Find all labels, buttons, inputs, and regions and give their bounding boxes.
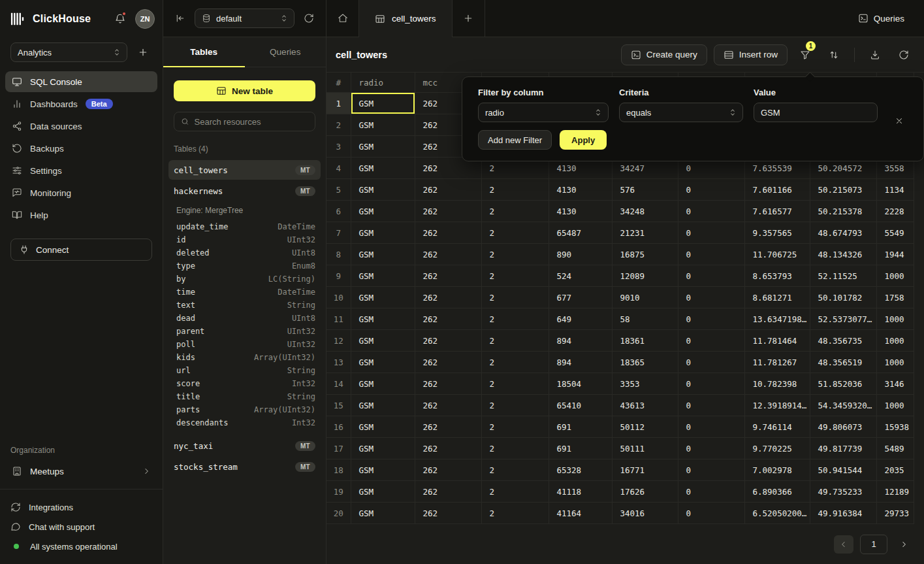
grid-cell[interactable]: GSM	[351, 114, 415, 136]
home-tab[interactable]	[327, 0, 358, 37]
grid-cell[interactable]: 0	[678, 395, 744, 416]
grid-cell[interactable]: 48.674793	[810, 222, 876, 244]
insert-row-button[interactable]: Insert row	[714, 44, 788, 65]
grid-cell[interactable]: 0	[678, 352, 744, 373]
queries-button[interactable]: Queries	[852, 9, 911, 27]
grid-cell[interactable]: 41118	[549, 481, 612, 503]
grid-cell[interactable]: 9.357565	[744, 222, 810, 244]
grid-cell[interactable]: 3146	[876, 373, 914, 395]
previous-page-button[interactable]	[834, 535, 853, 554]
grid-cell[interactable]: 6.890366	[744, 481, 810, 503]
grid-cell[interactable]: 9.770225	[744, 438, 810, 459]
grid-cell[interactable]: GSM	[351, 308, 415, 330]
grid-cell[interactable]: GSM	[351, 136, 415, 158]
row-number[interactable]: 20	[327, 503, 351, 524]
grid-cell[interactable]: 49.735233	[810, 481, 876, 503]
grid-cell[interactable]: 890	[549, 244, 612, 265]
grid-cell[interactable]: GSM	[351, 158, 415, 179]
grid-cell[interactable]: 50111	[612, 438, 678, 459]
grid-cell[interactable]: GSM	[351, 395, 415, 416]
row-number[interactable]: 18	[327, 459, 351, 481]
grid-cell[interactable]: 0	[678, 503, 744, 524]
new-tab-button[interactable]	[453, 0, 485, 37]
grid-cell[interactable]: 1758	[876, 287, 914, 308]
row-number[interactable]: 12	[327, 330, 351, 352]
search-resources-input[interactable]	[195, 117, 308, 127]
grid-cell[interactable]: 2	[481, 352, 549, 373]
remove-filter-button[interactable]	[895, 116, 904, 125]
table-item-nyc-taxi[interactable]: nyc_taxi MT	[168, 436, 321, 456]
grid-cell[interactable]: 2	[481, 222, 549, 244]
row-number[interactable]: 3	[327, 136, 351, 158]
sidebar-item-backups[interactable]: Backups	[5, 138, 157, 159]
grid-cell[interactable]: 0	[678, 416, 744, 438]
grid-cell[interactable]: 2	[481, 416, 549, 438]
grid-cell[interactable]: 262	[415, 222, 481, 244]
grid-cell[interactable]: 5549	[876, 222, 914, 244]
grid-cell[interactable]: 0	[678, 330, 744, 352]
grid-cell[interactable]: 0	[678, 265, 744, 287]
filter-value-input[interactable]	[754, 103, 878, 122]
row-number[interactable]: 14	[327, 373, 351, 395]
grid-cell[interactable]: 17626	[612, 481, 678, 503]
grid-cell[interactable]: 48.356519	[810, 352, 876, 373]
grid-cell[interactable]: 0	[678, 308, 744, 330]
grid-cell[interactable]: GSM	[351, 330, 415, 352]
row-number[interactable]: 13	[327, 352, 351, 373]
grid-cell[interactable]: 12189	[876, 481, 914, 503]
grid-cell[interactable]: 34248	[612, 201, 678, 222]
grid-cell[interactable]: GSM	[351, 93, 415, 114]
grid-cell[interactable]: 0	[678, 179, 744, 201]
row-number[interactable]: 4	[327, 158, 351, 179]
system-status-link[interactable]: All systems operational	[10, 537, 152, 556]
grid-cell[interactable]: 48.356735	[810, 330, 876, 352]
row-number[interactable]: 17	[327, 438, 351, 459]
row-number[interactable]: 11	[327, 308, 351, 330]
grid-cell[interactable]: 1000	[876, 395, 914, 416]
sort-button[interactable]	[823, 44, 845, 65]
grid-cell[interactable]: 50.215378	[810, 201, 876, 222]
grid-cell[interactable]: 576	[612, 179, 678, 201]
grid-cell[interactable]: 51.852036	[810, 373, 876, 395]
grid-cell[interactable]: 262	[415, 416, 481, 438]
grid-cell[interactable]: 262	[415, 287, 481, 308]
grid-cell[interactable]: 21231	[612, 222, 678, 244]
row-number[interactable]: 16	[327, 416, 351, 438]
grid-cell[interactable]: 2	[481, 438, 549, 459]
grid-cell[interactable]: 262	[415, 395, 481, 416]
grid-cell[interactable]: 2	[481, 481, 549, 503]
grid-cell[interactable]: 5489	[876, 438, 914, 459]
grid-cell[interactable]: GSM	[351, 459, 415, 481]
grid-cell[interactable]: 34016	[612, 503, 678, 524]
row-number[interactable]: 6	[327, 201, 351, 222]
grid-cell[interactable]: 54.3459320…	[810, 395, 876, 416]
grid-cell[interactable]: 677	[549, 287, 612, 308]
grid-cell[interactable]: 12089	[612, 265, 678, 287]
grid-cell[interactable]: 43613	[612, 395, 678, 416]
grid-cell[interactable]: 65328	[549, 459, 612, 481]
row-number[interactable]: 10	[327, 287, 351, 308]
grid-cell[interactable]: 29733	[876, 503, 914, 524]
grid-cell[interactable]: 50.101782	[810, 287, 876, 308]
apply-filter-button[interactable]: Apply	[560, 130, 607, 150]
grid-cell[interactable]: 2	[481, 395, 549, 416]
grid-cell[interactable]: 2	[481, 459, 549, 481]
sidebar-item-dashboards[interactable]: Dashboards Beta	[5, 93, 157, 114]
row-number[interactable]: 8	[327, 244, 351, 265]
grid-cell[interactable]: 48.134326	[810, 244, 876, 265]
grid-cell[interactable]: 691	[549, 438, 612, 459]
grid-cell[interactable]: 49.916384	[810, 503, 876, 524]
row-number[interactable]: 15	[327, 395, 351, 416]
current-page-indicator[interactable]: 1	[860, 535, 887, 554]
row-number[interactable]: 7	[327, 222, 351, 244]
grid-cell[interactable]: GSM	[351, 438, 415, 459]
grid-cell[interactable]: 65487	[549, 222, 612, 244]
notifications-button[interactable]	[110, 9, 130, 29]
grid-cell[interactable]: 1000	[876, 352, 914, 373]
grid-cell[interactable]: 0	[678, 244, 744, 265]
grid-cell[interactable]: 13.6347198…	[744, 308, 810, 330]
sidebar-item-help[interactable]: Help	[5, 205, 157, 225]
grid-cell[interactable]: 262	[415, 330, 481, 352]
grid-cell[interactable]: 2228	[876, 201, 914, 222]
grid-cell[interactable]: 58	[612, 308, 678, 330]
